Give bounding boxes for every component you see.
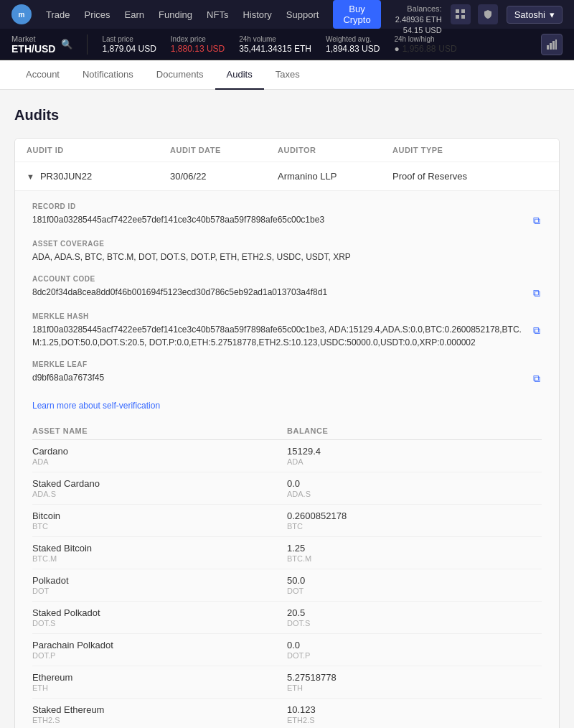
- asset-table-header: Asset Name Balance: [32, 422, 542, 440]
- market-label: Market: [11, 34, 55, 43]
- asset-name-2: Bitcoin: [32, 510, 287, 521]
- col-header-id: Audit ID: [27, 146, 170, 154]
- market-pair-name: ETH/USD: [11, 43, 55, 55]
- nav-history[interactable]: History: [243, 9, 271, 20]
- svg-rect-6: [547, 45, 549, 50]
- asset-name-cell-4: Polkadot DOT: [32, 575, 287, 595]
- volume-label: 24h volume: [239, 35, 311, 43]
- merkle-hash-row: 181f00a03285445acf7422ee57def141ce3c40b5…: [32, 323, 542, 349]
- asset-name-cell-3: Staked Bitcoin BTC.M: [32, 543, 287, 563]
- merkle-leaf-field: Merkle Leaf d9bf68a0a7673f45 ⧉: [32, 360, 542, 386]
- asset-table: Asset Name Balance Cardano ADA 15129.4 A…: [32, 422, 542, 728]
- balance-amount-6: 0.0: [287, 640, 542, 650]
- weighted-stat: Weighted avg. 1,894.83 USD: [326, 35, 380, 54]
- svg-rect-7: [550, 43, 552, 50]
- lowhigh-stat: 24h low/high ● 1,956.88 USD: [394, 35, 456, 54]
- asset-coverage-label: Asset Coverage: [32, 240, 542, 248]
- balance-amount-8: 10.123: [287, 704, 542, 715]
- audit-row-main-0[interactable]: ▼ PR30JUN22 30/06/22 Armanino LLP Proof …: [15, 162, 559, 190]
- chart-icon-button[interactable]: [541, 34, 563, 55]
- audit-row-id-0: ▼ PR30JUN22: [27, 171, 170, 182]
- col-header-auditor: Auditor: [278, 146, 392, 154]
- balance-ticker-5: DOT.S: [287, 619, 542, 627]
- asset-name-3: Staked Bitcoin: [32, 543, 287, 554]
- balance-ticker-0: ADA: [287, 457, 542, 466]
- audit-detail-0: Record ID 181f00a03285445acf7422ee57def1…: [15, 190, 559, 728]
- search-icon[interactable]: 🔍: [61, 39, 72, 50]
- nav-trade[interactable]: Trade: [46, 9, 70, 20]
- balance-cell-4: 50.0 DOT: [287, 575, 542, 595]
- asset-name-cell-0: Cardano ADA: [32, 446, 287, 466]
- balance-ticker-1: ADA.S: [287, 490, 542, 498]
- balance-eth: 2.48936 ETH: [395, 14, 442, 25]
- buy-crypto-button[interactable]: Buy Crypto: [333, 0, 380, 29]
- balance-cell-1: 0.0 ADA.S: [287, 478, 542, 498]
- asset-ticker-7: ETH: [32, 683, 287, 692]
- asset-name-cell-8: Staked Ethereum ETH2.S: [32, 704, 287, 724]
- last-price-stat: Last price 1,879.04 USD: [102, 35, 156, 54]
- asset-name-5: Staked Polkadot: [32, 607, 287, 618]
- copy-merkle-hash-button[interactable]: ⧉: [532, 323, 542, 338]
- balance-amount-0: 15129.4: [287, 446, 542, 457]
- copy-merkle-leaf-button[interactable]: ⧉: [532, 371, 542, 386]
- asset-row-7: Ethereum ETH 5.27518778 ETH: [32, 666, 542, 699]
- asset-ticker-0: ADA: [32, 457, 287, 466]
- asset-row-1: Staked Cardano ADA.S 0.0 ADA.S: [32, 472, 542, 505]
- asset-name-7: Ethereum: [32, 672, 287, 683]
- balance-cell-2: 0.2600852178 BTC: [287, 510, 542, 531]
- self-verification-link[interactable]: Learn more about self-verification: [32, 401, 160, 411]
- balance-amount-5: 20.5: [287, 607, 542, 618]
- index-price-label: Index price: [171, 35, 225, 43]
- range-dot: ●: [394, 44, 399, 54]
- nav-funding[interactable]: Funding: [159, 9, 192, 20]
- nav-prices[interactable]: Prices: [84, 9, 110, 20]
- tab-account[interactable]: Account: [14, 60, 71, 90]
- tab-audits[interactable]: Audits: [215, 60, 264, 90]
- nav-earn[interactable]: Earn: [125, 9, 144, 20]
- index-price-value: 1,880.13 USD: [171, 44, 225, 54]
- audit-type-0: Proof of Reserves: [392, 171, 500, 182]
- tab-taxes[interactable]: Taxes: [264, 60, 311, 90]
- nav-icon-group: [451, 4, 498, 24]
- tab-documents[interactable]: Documents: [145, 60, 215, 90]
- available-balances: Available Balances: 2.48936 ETH 54.15 US…: [395, 0, 442, 37]
- asset-row-2: Bitcoin BTC 0.2600852178 BTC: [32, 505, 542, 537]
- asset-coverage-field: Asset Coverage ADA, ADA.S, BTC, BTC.M, D…: [32, 240, 542, 263]
- account-code-value: 8dc20f34da8cea8dd0f46b001694f5123ecd30d7…: [32, 286, 526, 299]
- copy-account-code-button[interactable]: ⧉: [532, 286, 542, 301]
- nav-support[interactable]: Support: [286, 9, 319, 20]
- account-code-row: 8dc20f34da8cea8dd0f46b001694f5123ecd30d7…: [32, 286, 542, 301]
- record-id-field: Record ID 181f00a03285445acf7422ee57def1…: [32, 202, 542, 228]
- weighted-value: 1,894.83 USD: [326, 44, 380, 54]
- balance-cell-6: 0.0 DOT.P: [287, 640, 542, 660]
- record-id-row: 181f00a03285445acf7422ee57def141ce3c40b5…: [32, 213, 542, 228]
- navbar-right: Available Balances: 2.48936 ETH 54.15 US…: [395, 0, 563, 37]
- asset-coverage-value: ADA, ADA.S, BTC, BTC.M, DOT, DOT.S, DOT.…: [32, 251, 542, 263]
- tab-notifications[interactable]: Notifications: [71, 60, 145, 90]
- balance-cell-0: 15129.4 ADA: [287, 446, 542, 466]
- navbar: m Trade Prices Earn Funding NFTs History…: [0, 0, 574, 29]
- col-header-type: Audit Type: [392, 146, 500, 154]
- audit-row-0: ▼ PR30JUN22 30/06/22 Armanino LLP Proof …: [15, 162, 559, 728]
- copy-record-id-button[interactable]: ⧉: [532, 213, 542, 228]
- weighted-label: Weighted avg.: [326, 35, 380, 43]
- asset-row-5: Staked Polkadot DOT.S 20.5 DOT.S: [32, 602, 542, 634]
- svg-rect-8: [552, 41, 555, 50]
- lowhigh-unit: USD: [438, 44, 456, 54]
- balance-cell-8: 10.123 ETH2.S: [287, 704, 542, 724]
- lowhigh-label: 24h low/high: [394, 35, 456, 43]
- svg-text:m: m: [19, 11, 25, 19]
- user-menu-button[interactable]: Satoshi ▾: [507, 6, 563, 24]
- last-price-value: 1,879.04 USD: [102, 44, 156, 54]
- grid-icon-button[interactable]: [451, 4, 471, 24]
- asset-row-6: Parachain Polkadot DOT.P 0.0 DOT.P: [32, 634, 542, 666]
- balance-amount-2: 0.2600852178: [287, 510, 542, 521]
- shield-icon-button[interactable]: [478, 4, 498, 24]
- merkle-leaf-value: d9bf68a0a7673f45: [32, 371, 526, 384]
- asset-name-cell-5: Staked Polkadot DOT.S: [32, 607, 287, 627]
- asset-rows: Cardano ADA 15129.4 ADA Staked Cardano A…: [32, 440, 542, 728]
- asset-ticker-5: DOT.S: [32, 619, 287, 627]
- nav-nfts[interactable]: NFTs: [207, 9, 228, 20]
- chevron-down-icon: ▼: [27, 172, 34, 181]
- svg-rect-4: [456, 15, 459, 19]
